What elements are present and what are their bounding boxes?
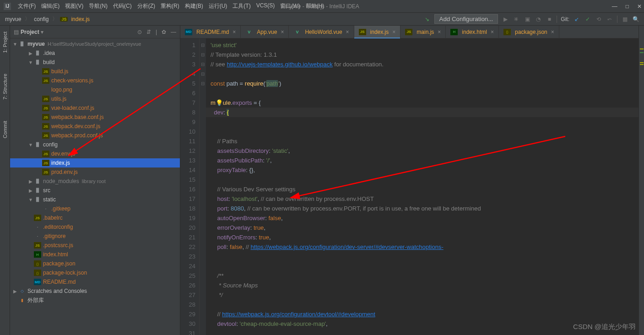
tree-item-vue-loader.conf.js[interactable]: JSvue-loader.conf.js xyxy=(10,103,180,113)
warning-marker[interactable] xyxy=(640,64,644,65)
tree-item-logo.png[interactable]: logo.png xyxy=(10,85,180,94)
code-editor[interactable]: 1234567891011121314151617181920212223242… xyxy=(180,38,644,335)
menu-run[interactable]: 运行(U) xyxy=(206,1,230,11)
warning-marker[interactable] xyxy=(640,49,644,49)
debug-icon[interactable]: ⛯ xyxy=(513,16,520,23)
warning-marker[interactable] xyxy=(640,62,644,63)
tab-close-icon[interactable]: × xyxy=(551,29,554,35)
git-commit-icon[interactable]: ✓ xyxy=(584,16,591,23)
tab-close-icon[interactable]: × xyxy=(281,29,284,35)
tab-close-icon[interactable]: × xyxy=(392,29,395,35)
tab-commit[interactable]: Commit xyxy=(1,117,9,142)
code-content[interactable]: 'use strict' // Template version: 1.3.1 … xyxy=(206,38,644,335)
expand-all-icon[interactable]: ⇵ xyxy=(146,29,151,35)
editor-tab-main.js[interactable]: JSmain.js× xyxy=(400,26,446,38)
tree-external-libs[interactable]: ▮ 外部库 xyxy=(10,296,180,305)
menu-edit[interactable]: 编辑(E) xyxy=(39,1,62,11)
menu-refactor[interactable]: 重构(R) xyxy=(158,1,182,11)
git-history-icon[interactable]: ⟲ xyxy=(595,16,602,23)
menu-vcs[interactable]: VCS(S) xyxy=(254,1,277,11)
collapse-panel-icon[interactable]: — xyxy=(171,29,176,35)
tree-item-static[interactable]: ▼▉static xyxy=(10,195,180,204)
locate-icon[interactable]: ⊙ xyxy=(137,29,142,35)
tree-item-config[interactable]: ▼▉config xyxy=(10,140,180,149)
close-icon[interactable]: ✕ xyxy=(637,3,642,10)
tab-project[interactable]: 1: Project xyxy=(1,28,9,56)
search-icon[interactable]: ▦ xyxy=(621,16,628,23)
tree-item-utils.js[interactable]: JSutils.js xyxy=(10,94,180,103)
editor-tab-HelloWorld.vue[interactable]: VHelloWorld.vue× xyxy=(289,26,354,38)
tree-arrow-icon[interactable]: ▼ xyxy=(27,60,34,65)
tree-item-check-versions.js[interactable]: JScheck-versions.js xyxy=(10,76,180,85)
tree-item-index.html[interactable]: Hindex.html xyxy=(10,250,180,259)
tree-root[interactable]: ▼ ▉ myvue H:\selfStudy\vueStudy\project_… xyxy=(10,39,180,49)
panel-title[interactable]: Project xyxy=(21,29,39,35)
tree-item-.postcssrc.js[interactable]: JS.postcssrc.js xyxy=(10,241,180,250)
coverage-icon[interactable]: ▣ xyxy=(524,16,531,23)
tree-scratches[interactable]: ▶ ◇ Scratches and Consoles xyxy=(10,286,180,296)
tree-item-package-lock.json[interactable]: {}package-lock.json xyxy=(10,268,180,277)
git-rollback-icon[interactable]: ⤺ xyxy=(606,16,613,23)
tree-item-dev.env.js[interactable]: JSdev.env.js xyxy=(10,149,180,158)
minimize-icon[interactable]: — xyxy=(612,3,617,10)
tab-close-icon[interactable]: × xyxy=(438,29,441,35)
tree-item-.babelrc[interactable]: JS.babelrc xyxy=(10,213,180,222)
run-icon[interactable]: ▶ xyxy=(502,16,509,23)
tree-item-webpack.base.conf.js[interactable]: JSwebpack.base.conf.js xyxy=(10,113,180,122)
tree-item-index.js[interactable]: JSindex.js xyxy=(10,158,180,168)
tree-item-.gitignore[interactable]: ·.gitignore xyxy=(10,232,180,241)
tree-item-package.json[interactable]: {}package.json xyxy=(10,259,180,268)
tree-arrow-icon[interactable]: ▶ xyxy=(27,179,34,184)
tree-item-README.md[interactable]: MDREADME.md xyxy=(10,277,180,286)
tab-close-icon[interactable]: × xyxy=(346,29,349,35)
tree-item-src[interactable]: ▶▉src xyxy=(10,186,180,195)
tree-arrow-icon[interactable]: ▼ xyxy=(27,197,34,202)
profile-icon[interactable]: ◔ xyxy=(535,16,542,23)
tree-item-build[interactable]: ▼▉build xyxy=(10,58,180,67)
tab-close-icon[interactable]: × xyxy=(233,29,236,35)
menu-code[interactable]: 代码(C) xyxy=(111,1,134,11)
editor-tab-package.json[interactable]: {}package.json× xyxy=(499,26,559,38)
tree-item-label: utils.js xyxy=(51,96,66,102)
menu-tools[interactable]: 工具(T) xyxy=(230,1,253,11)
tab-close-icon[interactable]: × xyxy=(491,29,494,35)
project-tree[interactable]: ▼ ▉ myvue H:\selfStudy\vueStudy\project_… xyxy=(10,38,180,335)
chevron-down-icon[interactable]: ▾ xyxy=(41,29,43,35)
tree-item-.gitkeep[interactable]: ·.gitkeep xyxy=(10,204,180,213)
menu-view[interactable]: 视图(V) xyxy=(63,1,86,11)
add-configuration-button[interactable]: Add Configuration... xyxy=(434,14,498,24)
menu-analyze[interactable]: 分析(Z) xyxy=(135,1,157,11)
menu-file[interactable]: 文件(F) xyxy=(16,1,38,11)
tree-item-node_modules[interactable]: ▶▉node_moduleslibrary root xyxy=(10,177,180,186)
editor-tab-index.js[interactable]: JSindex.js× xyxy=(354,26,401,38)
maximize-icon[interactable]: □ xyxy=(626,3,629,10)
editor-tab-index.html[interactable]: Hindex.html× xyxy=(446,26,499,38)
error-stripe[interactable] xyxy=(639,26,644,335)
search-everywhere-icon[interactable]: 🔍 xyxy=(632,16,639,23)
project-view-icon[interactable]: ▤ xyxy=(14,29,19,35)
breadcrumb-root[interactable]: myvue xyxy=(4,16,22,22)
menu-build[interactable]: 构建(B) xyxy=(183,1,206,11)
menu-navigate[interactable]: 导航(N) xyxy=(87,1,110,11)
stop-icon[interactable]: ■ xyxy=(546,16,553,23)
settings-gear-icon[interactable]: ✿ xyxy=(162,29,166,35)
tree-item-.idea[interactable]: ▶▉.idea xyxy=(10,49,180,58)
fold-gutter[interactable]: ⊟⊟⊟⊟⊟ xyxy=(200,38,206,335)
tab-structure[interactable]: 7: Structure xyxy=(1,70,9,103)
breadcrumb-file[interactable]: index.js xyxy=(70,16,91,22)
breadcrumb-folder[interactable]: config xyxy=(32,16,50,22)
tree-item-.editorconfig[interactable]: ·.editorconfig xyxy=(10,222,180,232)
editor-tab-App.vue[interactable]: VApp.vue× xyxy=(241,26,289,38)
tree-arrow-icon[interactable]: ▶ xyxy=(27,188,34,193)
editor-tab-README.md[interactable]: MDREADME.md× xyxy=(180,26,241,38)
info-marker[interactable] xyxy=(640,52,644,53)
tree-item-webpack.prod.conf.js[interactable]: JSwebpack.prod.conf.js xyxy=(10,131,180,140)
hammer-build-icon[interactable]: ↘ xyxy=(423,16,431,23)
git-update-icon[interactable]: ↙ xyxy=(573,16,580,23)
tree-arrow-icon[interactable]: ▼ xyxy=(27,142,34,147)
tree-item-webpack.dev.conf.js[interactable]: JSwebpack.dev.conf.js xyxy=(10,122,180,131)
tree-item-prod.env.js[interactable]: JSprod.env.js xyxy=(10,168,180,177)
tree-item-build.js[interactable]: JSbuild.js xyxy=(10,67,180,76)
main-menu[interactable]: 文件(F) 编辑(E) 视图(V) 导航(N) 代码(C) 分析(Z) 重构(R… xyxy=(16,1,326,11)
tree-arrow-icon[interactable]: ▶ xyxy=(27,51,34,56)
